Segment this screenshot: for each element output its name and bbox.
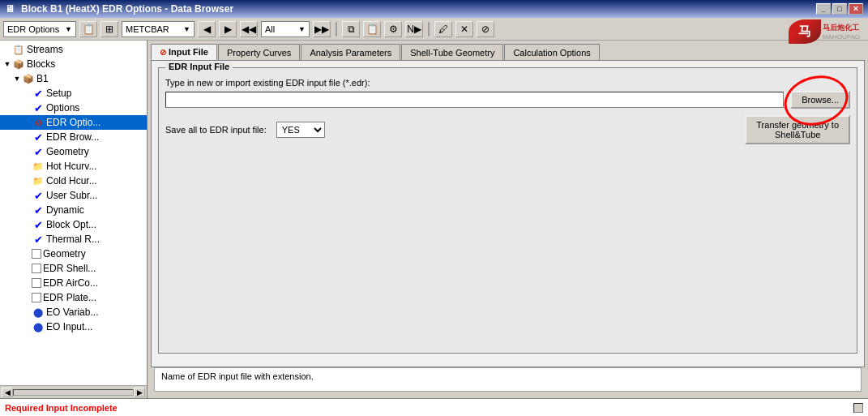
sidebar-item-eo-input[interactable]: ⬤ EO Input... [0,320,147,334]
blocks-icon: 📦 [12,58,25,71]
browse-button[interactable]: Browse... [790,91,850,109]
group-title: EDR Input File [165,62,233,71]
setup-check-icon: ✔ [32,87,45,100]
app-icon: 🖥 [5,2,18,15]
eo-input-icon: ⬤ [32,320,45,333]
close-button[interactable]: ✕ [849,3,863,15]
scroll-left-btn[interactable]: ◀ [2,388,13,397]
logo-container: 马 马后炮化工 MAHOUPAO [789,19,860,44]
group-content: Type in new or import existing EDR input… [165,78,850,144]
sidebar-item-edr-browse[interactable]: ✔ EDR Brow... [0,130,147,144]
content-area: ⊘ Input File Property Curves Analysis Pa… [148,41,868,398]
save-dropdown[interactable]: YES NO [276,122,325,138]
shell-tube-tab-label: Shell-Tube Geometry [410,48,494,58]
tab-property-curves[interactable]: Property Curves [218,44,300,60]
logo-bottom-text: MAHOUPAO [823,33,860,41]
thermal-check-icon: ✔ [32,233,45,246]
sidebar-item-user-subr[interactable]: ✔ User Subr... [0,188,147,203]
input-file-tab-label: Input File [169,47,208,57]
block-opt-label: Block Opt... [46,219,96,230]
options-check-icon: ✔ [32,101,45,114]
separator-2 [428,22,430,36]
all-dropdown[interactable]: All ▼ [261,21,310,37]
toolbar-btn-3[interactable]: ⚙ [384,21,402,37]
b1-icon: 📦 [22,72,35,85]
edr-options-dropdown[interactable]: EDR Options ▼ [3,21,76,37]
analysis-params-tab-label: Analysis Parameters [310,48,391,58]
window-controls: _ □ ✕ [816,3,863,15]
edr-plate-label: EDR Plate... [43,292,96,303]
scroll-track[interactable] [13,389,134,396]
bottom-message-area: Name of EDR input file with extension. [154,367,862,392]
sidebar-item-thermal-r[interactable]: ✔ Thermal R... [0,232,147,247]
sidebar-item-edr-plate[interactable]: EDR Plate... [0,290,147,305]
cold-hcur-icon: 📁 [32,174,45,187]
sidebar-item-dynamic[interactable]: ✔ Dynamic [0,203,147,217]
status-error-text: Required Input Incomplete [5,403,118,413]
toolbar-btn-1[interactable]: 📋 [79,21,97,37]
minimize-button[interactable]: _ [816,3,831,15]
property-curves-tab-label: Property Curves [227,48,291,58]
tabs-bar: ⊘ Input File Property Curves Analysis Pa… [151,44,865,60]
sidebar-item-block-opt[interactable]: ✔ Block Opt... [0,217,147,232]
toolbar-btn-5[interactable]: ✕ [455,21,473,37]
dropdown-label: EDR Options [7,24,59,34]
sidebar-hscrollbar[interactable]: ◀ ▶ [0,385,147,398]
geometry1-check-icon: ✔ [32,145,45,158]
tab-input-file[interactable]: ⊘ Input File [151,44,217,60]
sidebar-item-eo-variab[interactable]: ⬤ EO Variab... [0,305,147,320]
tab-analysis-parameters[interactable]: Analysis Parameters [301,44,400,60]
sidebar-item-geometry1[interactable]: ✔ Geometry [0,144,147,159]
sidebar-item-setup[interactable]: ✔ Setup [0,86,147,101]
nav-back2-btn[interactable]: ◀◀ [240,21,258,37]
sidebar-item-geometry2[interactable]: Geometry [0,247,147,261]
edr-airco-check-icon [32,278,41,288]
sidebar-item-hot-hcurv[interactable]: 📁 Hot Hcurv... [0,159,147,174]
edr-options-label: EDR Optio... [46,117,100,128]
streams-label: Streams [27,44,63,55]
edr-plate-check-icon [32,293,41,302]
user-subr-label: User Subr... [46,190,97,201]
status-bar: Required Input Incomplete [0,398,868,416]
options-label: Options [46,102,79,114]
sidebar-item-streams[interactable]: 📋 Streams [0,42,147,57]
tab-calculation-options[interactable]: Calculation Options [504,44,599,60]
sidebar-item-options[interactable]: ✔ Options [0,101,147,115]
file-path-input[interactable] [165,92,784,108]
scroll-right-btn[interactable]: ▶ [134,388,145,397]
b1-label: B1 [36,73,49,84]
metcbar-dropdown[interactable]: METCBAR ▼ [122,21,195,37]
toolbar-btn-2[interactable]: ⊞ [100,21,118,37]
dropdown-arrow: ▼ [65,25,72,33]
sidebar-item-blocks[interactable]: ▼ 📦 Blocks [0,57,147,71]
tab-shell-tube-geometry[interactable]: Shell-Tube Geometry [401,44,503,60]
sidebar-item-cold-hcur[interactable]: 📁 Cold Hcur... [0,174,147,188]
toolbar-btn-n[interactable]: N▶ [405,21,423,37]
geometry1-label: Geometry [46,146,89,157]
logo-text-block: 马后炮化工 MAHOUPAO [823,23,860,41]
toolbar-btn-paste[interactable]: 📋 [363,21,381,37]
hot-hcurv-icon: 📁 [32,160,45,173]
eo-variab-label: EO Variab... [46,307,98,318]
sidebar-item-edr-airco[interactable]: EDR AirCo... [0,276,147,290]
transfer-geometry-button[interactable]: Transfer geometry to Shell&Tube [745,115,850,144]
sidebar-tree: 📋 Streams ▼ 📦 Blocks ▼ 📦 B1 [0,41,148,385]
toolbar-btn-4[interactable]: 🖊 [434,21,452,37]
nav-back-btn[interactable]: ◀ [198,21,216,37]
toolbar-btn-6[interactable]: ⊘ [477,21,494,37]
file-label: Type in new or import existing EDR input… [165,78,850,88]
thermal-label: Thermal R... [46,234,100,245]
nav-forward-btn[interactable]: ▶ [219,21,237,37]
input-file-tab-icon: ⊘ [160,48,166,57]
sidebar-item-edr-options[interactable]: ⊘ EDR Optio... [0,115,147,130]
toolbar-btn-copy[interactable]: ⧉ [342,21,360,37]
metcbar-label: METCBAR [126,24,169,34]
maximize-button[interactable]: □ [832,3,847,15]
expand-icon: ▼ [13,75,21,83]
nav-forward2-btn[interactable]: ▶▶ [313,21,331,37]
logo-icon: 马 [789,19,821,44]
edr-shell-label: EDR Shell... [43,263,96,274]
sidebar-item-edr-shell[interactable]: EDR Shell... [0,261,147,276]
sidebar-item-b1[interactable]: ▼ 📦 B1 [0,71,147,86]
file-input-row: Browse... [165,91,850,109]
